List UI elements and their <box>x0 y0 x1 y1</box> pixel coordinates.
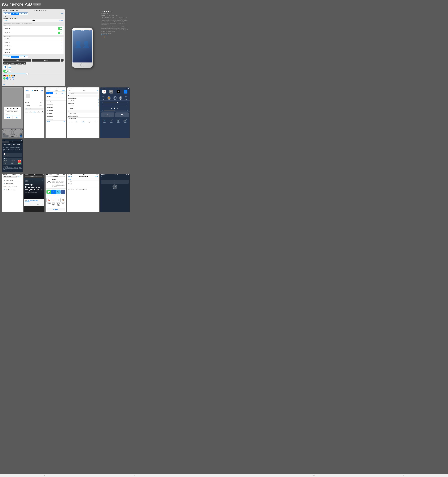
toggle-3[interactable] <box>3 70 8 72</box>
safari-tab-three[interactable]: Three <box>59 92 65 94</box>
share-facebook[interactable]: f Facebook <box>60 190 65 196</box>
tab-vm[interactable]: 📞Voicemail <box>93 120 99 123</box>
search-result-2[interactable]: 🔍 teehanlax.com <box>2 182 23 185</box>
plus-outline-icon[interactable]: + <box>9 77 12 79</box>
blog-back[interactable]: ← <box>25 203 27 205</box>
edit-btn[interactable]: Edit <box>63 121 65 122</box>
url-input[interactable]: teehanlax.com ✕ <box>3 176 18 178</box>
nc-tab-missed[interactable]: missed <box>16 141 23 143</box>
slider-track[interactable] <box>4 74 63 74</box>
info-blue-icon[interactable]: ✦ <box>6 77 8 79</box>
tab-fav[interactable]: ☆Favorites <box>67 120 74 123</box>
bookmark-folder-7[interactable]: Folder Name › <box>46 118 66 120</box>
contact-angie[interactable]: Angie Crawford <box>67 118 99 120</box>
action-homescreen[interactable]: ➕ Add to Home Screen <box>56 198 60 206</box>
mail-cc[interactable]: Cc/Bcc: <box>67 180 99 183</box>
siri-mic-btn[interactable]: 🎤 <box>112 185 117 189</box>
blog-share2[interactable]: ⬆ <box>33 203 35 205</box>
cc-bluetooth[interactable]: B <box>113 96 117 100</box>
check-row-2[interactable]: Label Two ≡ <box>3 41 64 44</box>
safari-url-bar[interactable]: teehanlax.com ✕ Cancel <box>2 175 23 178</box>
tab-favorites[interactable]: ☆ Favorites <box>24 110 28 113</box>
timer-btn[interactable]: ⏱ <box>110 119 113 123</box>
tab-rec[interactable]: 🕐Recents <box>74 120 80 123</box>
private-btn[interactable]: Private <box>47 121 50 122</box>
seg-label-one[interactable]: Label One <box>3 13 11 15</box>
toggle-row-2[interactable]: Label Two <box>3 31 64 35</box>
action-btn[interactable]: Action <box>59 20 63 21</box>
info-gray-icon[interactable]: ⓘ <box>3 80 6 83</box>
mail-subject[interactable]: Subject: <box>67 183 99 185</box>
brightness-thumb[interactable] <box>117 101 118 103</box>
seg-label-three[interactable]: Label Three <box>19 13 28 15</box>
dialog-cancel[interactable]: Cancel <box>4 116 13 119</box>
bookmark-history[interactable]: History › <box>46 98 66 101</box>
contacts-add[interactable]: + <box>97 89 98 91</box>
nav-right-arrow[interactable]: › <box>4 83 5 85</box>
bookmark-folder-1[interactable]: Folder Name › <box>46 101 66 103</box>
search-result-1[interactable]: 🔍 Google Search <box>2 179 23 182</box>
alpha-sidebar[interactable]: A B C D E F G H I J K L <box>98 97 99 107</box>
tab-kp[interactable]: ⌨Keypad <box>86 120 93 123</box>
share-cancel[interactable]: Cancel <box>25 90 29 91</box>
nav-refresh[interactable]: ↻ <box>6 83 7 85</box>
action-reading[interactable]: 👓 Add to Reading List <box>51 198 56 206</box>
select-button[interactable]: Select <box>3 59 31 61</box>
bookmark-folder-5[interactable]: Folder Name › <box>46 112 66 115</box>
segmented-control-2[interactable]: Label One Label Two Label Three <box>3 56 28 58</box>
select-button-2[interactable]: Select <box>3 62 9 65</box>
mail-send[interactable]: Send <box>95 176 98 177</box>
camera-cc-btn[interactable]: 📷 <box>124 119 127 123</box>
contacts-search[interactable]: 🔍 Search <box>68 92 98 94</box>
iphone-home-button[interactable] <box>80 63 84 67</box>
arrow-right-btn[interactable]: › <box>60 59 64 61</box>
nav-left-arrow[interactable]: ‹ <box>3 83 4 85</box>
back-btn[interactable]: < Back <box>4 20 8 21</box>
blog-menu-icon[interactable]: ☰ <box>42 180 43 182</box>
mail-to[interactable]: To: ⊕ <box>67 178 99 180</box>
contact-matt[interactable]: Matt Brown <box>67 105 99 107</box>
safari-tabs[interactable]: One Two Three <box>46 92 65 94</box>
play-pause[interactable]: ▶ <box>114 107 116 109</box>
done-button[interactable]: Done <box>61 13 64 14</box>
bookmark-folder-3[interactable]: Folder Name › <box>46 106 66 109</box>
app-calendar[interactable]: 12 <box>102 90 106 95</box>
brand-handles[interactable]: @teehanlax @gt <box>101 34 129 35</box>
cc-wifi[interactable]: 📶 <box>107 96 111 100</box>
check-row-4[interactable]: Label Four ≡ <box>3 48 64 51</box>
bookmark-favorites[interactable]: Favorites › <box>46 95 66 98</box>
safari-tab-two[interactable]: Two <box>53 92 59 94</box>
music-track[interactable] <box>102 106 128 106</box>
seg2-label-three[interactable]: Label Three <box>19 56 28 58</box>
nc-tab-bar[interactable]: today all missed <box>2 141 23 143</box>
plus-green-icon[interactable]: + <box>3 77 6 79</box>
segmented-control-1[interactable]: Label One Label Two Label Three <box>3 12 28 15</box>
dialog-input[interactable]: password <box>5 113 20 115</box>
cancel-action-btn[interactable]: Cancel <box>47 208 65 211</box>
safari-tab-one[interactable]: One <box>46 92 53 94</box>
share-post[interactable]: Post <box>41 90 43 91</box>
nav-right-arrow2[interactable]: › <box>13 83 13 85</box>
tab-voicemail[interactable]: 📞 Voicemail <box>40 110 44 113</box>
share-mail[interactable]: ✉ Mail <box>51 190 56 196</box>
contact-jon[interactable]: Jon Burgess <box>67 107 99 110</box>
brightness-track[interactable] <box>104 102 126 102</box>
seg2-label-two[interactable]: Label Two <box>11 56 19 58</box>
next-track[interactable]: ⏭ <box>118 107 119 109</box>
share-location-row[interactable]: Location None › <box>24 104 44 107</box>
mail-cancel[interactable]: Cancel <box>68 176 72 177</box>
blog-forward[interactable]: → <box>29 203 31 205</box>
mail-body[interactable]: ... Sent from my iPhone. Pardon my brevi… <box>67 185 99 194</box>
nc-tab-today[interactable]: today <box>2 141 9 143</box>
airdrop-btn[interactable]: ⊕ AirDrop Everyone <box>101 113 114 117</box>
blog-refresh[interactable]: ↻ <box>43 176 43 177</box>
airplay-btn[interactable]: ▶ AirPlay <box>115 113 129 117</box>
blog-url[interactable]: teehanlax.com <box>25 176 42 177</box>
app-appstore[interactable]: A <box>124 90 127 95</box>
toggle-1[interactable] <box>58 27 62 30</box>
check-row-5[interactable]: Label Five › <box>3 51 64 54</box>
calc-btn[interactable]: 🔢 <box>117 119 120 123</box>
blog-books[interactable]: 📖 <box>37 203 39 205</box>
share-twitter[interactable]: 🐦 Twitter <box>56 190 60 196</box>
share-message[interactable]: 💬 Message <box>47 190 51 196</box>
